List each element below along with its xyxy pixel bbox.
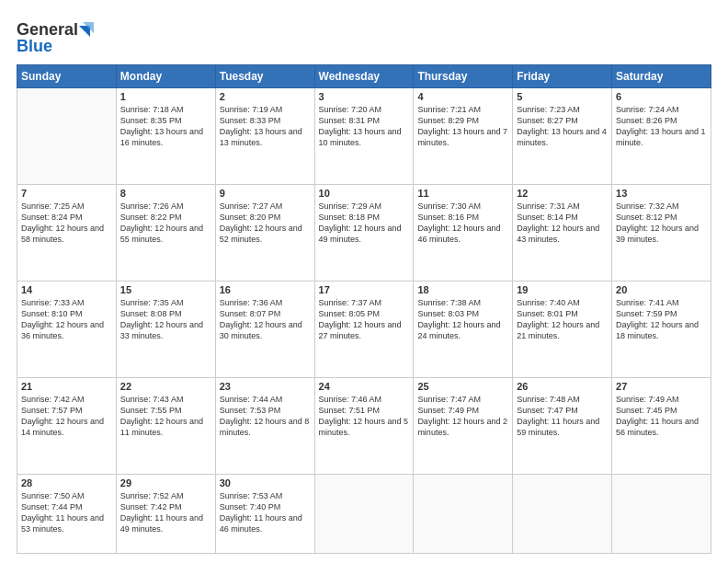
svg-text:Blue: Blue	[17, 37, 52, 55]
calendar-cell: 18Sunrise: 7:38 AMSunset: 8:03 PMDayligh…	[414, 282, 513, 378]
cell-content: Sunrise: 7:48 AMSunset: 7:47 PMDaylight:…	[517, 394, 608, 439]
day-number: 27	[616, 381, 707, 392]
calendar-cell: 29Sunrise: 7:52 AMSunset: 7:42 PMDayligh…	[116, 475, 215, 554]
cell-content: Sunrise: 7:40 AMSunset: 8:01 PMDaylight:…	[517, 297, 608, 342]
cell-content: Sunrise: 7:26 AMSunset: 8:22 PMDaylight:…	[120, 201, 211, 246]
day-number: 26	[517, 381, 608, 392]
cell-content: Sunrise: 7:37 AMSunset: 8:05 PMDaylight:…	[319, 297, 410, 342]
day-number: 28	[21, 477, 112, 488]
cell-content: Sunrise: 7:33 AMSunset: 8:10 PMDaylight:…	[21, 297, 112, 342]
day-number: 2	[220, 91, 311, 102]
cell-content: Sunrise: 7:31 AMSunset: 8:14 PMDaylight:…	[517, 201, 608, 246]
day-number: 3	[319, 91, 410, 102]
cell-content: Sunrise: 7:47 AMSunset: 7:49 PMDaylight:…	[417, 394, 508, 439]
weekday-header-tuesday: Tuesday	[215, 65, 314, 88]
cell-content: Sunrise: 7:52 AMSunset: 7:42 PMDaylight:…	[120, 490, 211, 535]
day-number: 24	[319, 381, 410, 392]
weekday-header-thursday: Thursday	[414, 65, 513, 88]
calendar-cell: 10Sunrise: 7:29 AMSunset: 8:18 PMDayligh…	[314, 185, 414, 282]
day-number: 9	[220, 188, 311, 199]
cell-content: Sunrise: 7:44 AMSunset: 7:53 PMDaylight:…	[220, 394, 311, 439]
day-number: 8	[120, 188, 211, 199]
day-number: 6	[616, 91, 707, 102]
calendar-cell: 3Sunrise: 7:20 AMSunset: 8:31 PMDaylight…	[314, 88, 414, 185]
cell-content: Sunrise: 7:25 AMSunset: 8:24 PMDaylight:…	[21, 201, 112, 246]
calendar-cell	[314, 475, 414, 554]
calendar-cell: 1Sunrise: 7:18 AMSunset: 8:35 PMDaylight…	[116, 88, 215, 185]
cell-content: Sunrise: 7:36 AMSunset: 8:07 PMDaylight:…	[220, 297, 311, 342]
svg-text:General: General	[17, 20, 78, 39]
weekday-header-wednesday: Wednesday	[314, 65, 414, 88]
calendar-cell: 28Sunrise: 7:50 AMSunset: 7:44 PMDayligh…	[17, 475, 117, 554]
cell-content: Sunrise: 7:41 AMSunset: 7:59 PMDaylight:…	[616, 297, 707, 342]
calendar-cell: 25Sunrise: 7:47 AMSunset: 7:49 PMDayligh…	[414, 378, 513, 475]
calendar-cell: 21Sunrise: 7:42 AMSunset: 7:57 PMDayligh…	[17, 378, 117, 475]
calendar-cell: 24Sunrise: 7:46 AMSunset: 7:51 PMDayligh…	[314, 378, 414, 475]
calendar-cell	[414, 475, 513, 554]
cell-content: Sunrise: 7:49 AMSunset: 7:45 PMDaylight:…	[616, 394, 707, 439]
calendar-cell	[513, 475, 612, 554]
calendar-week-3: 14Sunrise: 7:33 AMSunset: 8:10 PMDayligh…	[17, 282, 711, 378]
calendar-cell: 20Sunrise: 7:41 AMSunset: 7:59 PMDayligh…	[612, 282, 711, 378]
day-number: 15	[120, 284, 211, 295]
calendar-cell	[17, 88, 117, 185]
weekday-header-saturday: Saturday	[612, 65, 711, 88]
cell-content: Sunrise: 7:43 AMSunset: 7:55 PMDaylight:…	[120, 394, 211, 439]
calendar-cell: 30Sunrise: 7:53 AMSunset: 7:40 PMDayligh…	[215, 475, 314, 554]
weekday-header-monday: Monday	[116, 65, 215, 88]
cell-content: Sunrise: 7:38 AMSunset: 8:03 PMDaylight:…	[417, 297, 508, 342]
calendar-cell: 16Sunrise: 7:36 AMSunset: 8:07 PMDayligh…	[215, 282, 314, 378]
day-number: 10	[319, 188, 410, 199]
day-number: 1	[120, 91, 211, 102]
day-number: 5	[517, 91, 608, 102]
calendar-week-5: 28Sunrise: 7:50 AMSunset: 7:44 PMDayligh…	[17, 475, 711, 554]
calendar-cell: 15Sunrise: 7:35 AMSunset: 8:08 PMDayligh…	[116, 282, 215, 378]
day-number: 4	[417, 91, 508, 102]
cell-content: Sunrise: 7:20 AMSunset: 8:31 PMDaylight:…	[319, 104, 410, 149]
cell-content: Sunrise: 7:32 AMSunset: 8:12 PMDaylight:…	[616, 201, 707, 246]
cell-content: Sunrise: 7:24 AMSunset: 8:26 PMDaylight:…	[616, 104, 707, 149]
day-number: 21	[21, 381, 112, 392]
day-number: 17	[319, 284, 410, 295]
cell-content: Sunrise: 7:21 AMSunset: 8:29 PMDaylight:…	[417, 104, 508, 149]
calendar-cell: 11Sunrise: 7:30 AMSunset: 8:16 PMDayligh…	[414, 185, 513, 282]
day-number: 20	[616, 284, 707, 295]
calendar-cell: 7Sunrise: 7:25 AMSunset: 8:24 PMDaylight…	[17, 185, 117, 282]
cell-content: Sunrise: 7:53 AMSunset: 7:40 PMDaylight:…	[220, 490, 311, 535]
calendar-cell: 22Sunrise: 7:43 AMSunset: 7:55 PMDayligh…	[116, 378, 215, 475]
logo: General Blue	[17, 17, 99, 55]
calendar-week-2: 7Sunrise: 7:25 AMSunset: 8:24 PMDaylight…	[17, 185, 711, 282]
calendar-cell: 9Sunrise: 7:27 AMSunset: 8:20 PMDaylight…	[215, 185, 314, 282]
cell-content: Sunrise: 7:35 AMSunset: 8:08 PMDaylight:…	[120, 297, 211, 342]
calendar-cell: 12Sunrise: 7:31 AMSunset: 8:14 PMDayligh…	[513, 185, 612, 282]
calendar-cell: 2Sunrise: 7:19 AMSunset: 8:33 PMDaylight…	[215, 88, 314, 185]
cell-content: Sunrise: 7:19 AMSunset: 8:33 PMDaylight:…	[220, 104, 311, 149]
day-number: 22	[120, 381, 211, 392]
day-number: 12	[517, 188, 608, 199]
calendar-cell: 19Sunrise: 7:40 AMSunset: 8:01 PMDayligh…	[513, 282, 612, 378]
cell-content: Sunrise: 7:29 AMSunset: 8:18 PMDaylight:…	[319, 201, 410, 246]
calendar-header-row: SundayMondayTuesdayWednesdayThursdayFrid…	[17, 65, 711, 88]
day-number: 11	[417, 188, 508, 199]
calendar-week-4: 21Sunrise: 7:42 AMSunset: 7:57 PMDayligh…	[17, 378, 711, 475]
calendar-cell: 13Sunrise: 7:32 AMSunset: 8:12 PMDayligh…	[612, 185, 711, 282]
calendar-cell: 27Sunrise: 7:49 AMSunset: 7:45 PMDayligh…	[612, 378, 711, 475]
calendar-week-1: 1Sunrise: 7:18 AMSunset: 8:35 PMDaylight…	[17, 88, 711, 185]
day-number: 19	[517, 284, 608, 295]
weekday-header-sunday: Sunday	[17, 65, 117, 88]
cell-content: Sunrise: 7:46 AMSunset: 7:51 PMDaylight:…	[319, 394, 410, 439]
calendar-cell: 14Sunrise: 7:33 AMSunset: 8:10 PMDayligh…	[17, 282, 117, 378]
calendar-cell	[612, 475, 711, 554]
day-number: 14	[21, 284, 112, 295]
day-number: 25	[417, 381, 508, 392]
calendar-table: SundayMondayTuesdayWednesdayThursdayFrid…	[17, 64, 711, 554]
day-number: 29	[120, 477, 211, 488]
day-number: 23	[220, 381, 311, 392]
day-number: 7	[21, 188, 112, 199]
logo-svg: General Blue	[17, 17, 99, 55]
cell-content: Sunrise: 7:27 AMSunset: 8:20 PMDaylight:…	[220, 201, 311, 246]
calendar-cell: 17Sunrise: 7:37 AMSunset: 8:05 PMDayligh…	[314, 282, 414, 378]
cell-content: Sunrise: 7:18 AMSunset: 8:35 PMDaylight:…	[120, 104, 211, 149]
page-header: General Blue	[17, 17, 711, 55]
cell-content: Sunrise: 7:50 AMSunset: 7:44 PMDaylight:…	[21, 490, 112, 535]
